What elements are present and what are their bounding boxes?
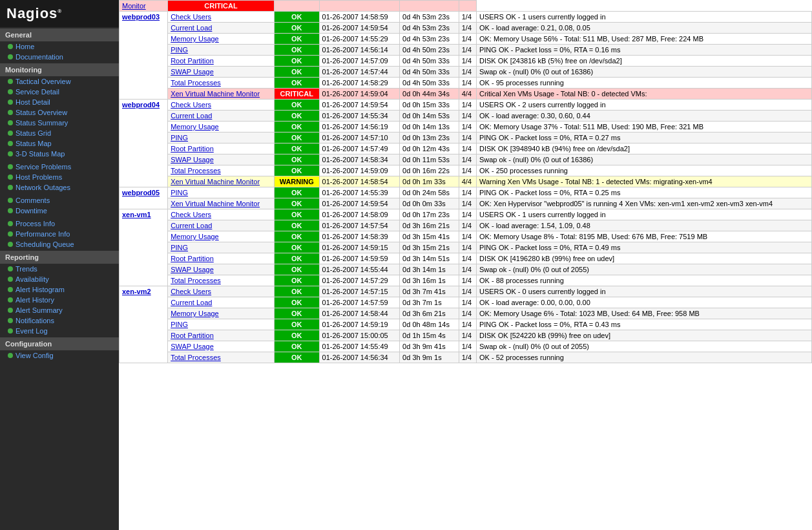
info-cell bbox=[459, 1, 476, 12]
service-cell: Root Partition bbox=[168, 143, 275, 154]
service-cell: Total Processes bbox=[168, 275, 275, 286]
service-cell: Xen Virtual Machine Monitor bbox=[168, 89, 275, 100]
sidebar-item-tactical-overview[interactable]: Tactical Overview bbox=[0, 76, 119, 87]
status-cell: OK bbox=[274, 12, 319, 23]
sidebar-item-alert-summary[interactable]: Alert Summary bbox=[0, 305, 119, 315]
duration-cell: 0d 0h 24m 58s bbox=[400, 187, 459, 198]
sidebar-item-host-problems[interactable]: Host Problems bbox=[0, 172, 119, 182]
sidebar-item-scheduling-queue[interactable]: Scheduling Queue bbox=[0, 239, 119, 249]
sidebar-item-alert-histogram[interactable]: Alert Histogram bbox=[0, 284, 119, 295]
host-cell: xen-vm2 bbox=[120, 286, 168, 363]
datetime-cell: 01-26-2007 14:58:44 bbox=[319, 308, 400, 319]
dot-icon bbox=[8, 100, 13, 105]
dot-icon bbox=[8, 175, 13, 180]
duration-cell: 0d 0h 14m 13s bbox=[400, 122, 459, 132]
status-cell: OK bbox=[274, 220, 319, 231]
datetime-cell: 01-26-2007 14:59:54 bbox=[319, 100, 400, 111]
attempts-cell: 1/4 bbox=[459, 242, 476, 253]
duration-cell: 0d 4h 53m 23s bbox=[400, 12, 459, 23]
service-cell: Memory Usage bbox=[168, 231, 275, 242]
section-general: General bbox=[0, 28, 119, 41]
attempts-cell: 1/4 bbox=[459, 45, 476, 56]
sidebar-item-alert-history[interactable]: Alert History bbox=[0, 295, 119, 305]
service-cell: Current Load bbox=[168, 220, 275, 231]
sidebar-item-status-overview[interactable]: Status Overview bbox=[0, 107, 119, 118]
attempts-cell: 4/4 bbox=[459, 176, 476, 187]
duration-cell: 0d 3h 16m 1s bbox=[400, 275, 459, 286]
info-cell: DISK OK [3948940 kB (94%) free on /dev/s… bbox=[476, 143, 811, 154]
status-cell: OK bbox=[274, 67, 319, 78]
duration-cell: 0d 4h 50m 33s bbox=[400, 78, 459, 89]
status-cell: OK bbox=[274, 330, 319, 341]
service-cell: SWAP Usage bbox=[168, 154, 275, 165]
duration-cell: 0d 1h 15m 4s bbox=[400, 330, 459, 341]
service-cell: Memory Usage bbox=[168, 34, 275, 45]
sidebar-item-service-detail[interactable]: Service Detail bbox=[0, 87, 119, 97]
attempts-cell: 1/4 bbox=[459, 122, 476, 132]
status-cell: OK bbox=[274, 275, 319, 286]
duration-cell: 0d 3h 6m 21s bbox=[400, 308, 459, 319]
sidebar-item-comments[interactable]: Comments bbox=[0, 195, 119, 206]
info-cell: Swap ok - (null) 0% (0 out of 16386) bbox=[476, 154, 811, 165]
info-cell: OK - 52 processes running bbox=[476, 352, 811, 363]
info-cell: Swap ok - (null) 0% (0 out of 16386) bbox=[476, 67, 811, 78]
status-cell: OK bbox=[274, 341, 319, 352]
info-cell: PING OK - Packet loss = 0%, RTA = 0.27 m… bbox=[476, 132, 811, 143]
attempts-cell: 1/4 bbox=[459, 352, 476, 363]
status-cell: CRITICAL bbox=[168, 1, 275, 12]
dot-icon bbox=[8, 151, 13, 156]
info-cell: DISK OK [524220 kB (99%) free on udev] bbox=[476, 330, 811, 341]
service-cell: Xen Virtual Machine Monitor bbox=[168, 198, 275, 209]
datetime-cell: 01-26-2007 14:58:29 bbox=[319, 78, 400, 89]
section-configuration: Configuration bbox=[0, 337, 119, 350]
sidebar-item-service-problems[interactable]: Service Problems bbox=[0, 162, 119, 172]
info-cell: OK - load average: 0.00, 0.00, 0.00 bbox=[476, 297, 811, 308]
dot-icon bbox=[8, 131, 13, 136]
sidebar-item-event-log[interactable]: Event Log bbox=[0, 326, 119, 336]
sidebar-item-availability[interactable]: Availability bbox=[0, 274, 119, 284]
datetime-cell: 01-26-2007 14:59:54 bbox=[319, 23, 400, 34]
status-cell: OK bbox=[274, 264, 319, 275]
dot-icon bbox=[8, 318, 13, 323]
sidebar-item-home[interactable]: Home bbox=[0, 41, 119, 52]
datetime-cell: 01-26-2007 14:57:44 bbox=[319, 67, 400, 78]
duration-cell: 0d 4h 53m 23s bbox=[400, 23, 459, 34]
attempts-cell: 1/4 bbox=[459, 12, 476, 23]
status-cell: OK bbox=[274, 253, 319, 264]
attempts-cell: 1/4 bbox=[459, 78, 476, 89]
sidebar-item-performance-info[interactable]: Performance Info bbox=[0, 229, 119, 239]
status-cell: OK bbox=[274, 111, 319, 122]
sidebar-item-status-summary[interactable]: Status Summary bbox=[0, 118, 119, 128]
duration-cell: 0d 3h 9m 41s bbox=[400, 341, 459, 352]
sidebar-item-view-config[interactable]: View Config bbox=[0, 350, 119, 361]
info-cell: OK: Memory Usage 37% - Total: 511 MB, Us… bbox=[476, 122, 811, 132]
info-cell: DISK OK [4196280 kB (99%) free on udev] bbox=[476, 253, 811, 264]
attempts-cell: 1/4 bbox=[459, 34, 476, 45]
service-cell: SWAP Usage bbox=[168, 67, 275, 78]
datetime-cell: 01-26-2007 14:55:34 bbox=[319, 111, 400, 122]
datetime-cell: 01-26-2007 14:58:09 bbox=[319, 209, 400, 220]
duration-cell: 0d 3h 9m 1s bbox=[400, 352, 459, 363]
sidebar-item-trends[interactable]: Trends bbox=[0, 264, 119, 274]
attempts-cell: 1/4 bbox=[459, 111, 476, 122]
sidebar-item-process-info[interactable]: Process Info bbox=[0, 218, 119, 229]
attempts-cell: 1/4 bbox=[459, 187, 476, 198]
status-cell: OK bbox=[274, 308, 319, 319]
service-cell: Current Load bbox=[168, 111, 275, 122]
datetime-cell: 01-26-2007 14:57:59 bbox=[319, 297, 400, 308]
status-cell: OK bbox=[274, 78, 319, 89]
sidebar-item-downtime[interactable]: Downtime bbox=[0, 206, 119, 216]
sidebar-item-status-grid[interactable]: Status Grid bbox=[0, 128, 119, 138]
info-cell: Critical Xen VMs Usage - Total NB: 0 - d… bbox=[476, 89, 811, 100]
duration-cell: 0d 0h 15m 33s bbox=[400, 100, 459, 111]
sidebar-item-documentation[interactable]: Documentation bbox=[0, 52, 119, 62]
attempts-cell: 1/4 bbox=[459, 231, 476, 242]
duration-cell: 0d 3h 7m 41s bbox=[400, 286, 459, 297]
sidebar-item-notifications[interactable]: Notifications bbox=[0, 315, 119, 326]
service-cell: Check Users bbox=[168, 286, 275, 297]
dot-icon bbox=[8, 120, 13, 125]
sidebar-item-status-map[interactable]: Status Map bbox=[0, 138, 119, 149]
sidebar-item-host-detail[interactable]: Host Detail bbox=[0, 97, 119, 107]
sidebar-item-network-outages[interactable]: Network Outages bbox=[0, 182, 119, 193]
sidebar-item-3d-status-map[interactable]: 3-D Status Map bbox=[0, 149, 119, 159]
